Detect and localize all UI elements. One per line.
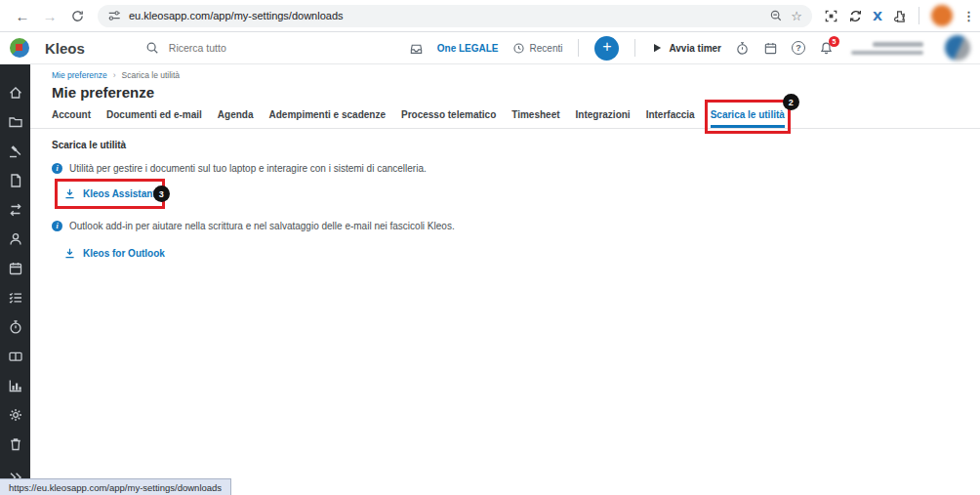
zoom-out-icon[interactable] — [769, 9, 783, 22]
add-new-button[interactable]: + — [594, 36, 619, 61]
bookmark-star-icon[interactable]: ☆ — [791, 9, 802, 23]
divider — [919, 7, 919, 24]
cards-kanban-icon[interactable] — [8, 349, 23, 364]
breadcrumb: Mie preferenze › Scarica le utilità — [30, 64, 980, 80]
global-search[interactable] — [145, 41, 401, 55]
screenshot-extension-icon[interactable] — [824, 9, 838, 23]
outlook-info-row: i Outlook add-in per aiutare nella scrit… — [52, 221, 980, 231]
site-settings-icon[interactable] — [107, 9, 121, 22]
tab-integrazioni[interactable]: Integrazioni — [576, 105, 631, 128]
breadcrumb-separator: › — [113, 70, 116, 80]
tab-processo-telematico[interactable]: Processo telematico — [401, 105, 496, 128]
preferences-tabbar: Account Documenti ed e-mail Agenda Ademp… — [30, 105, 980, 129]
stopwatch-icon[interactable] — [8, 319, 23, 335]
tab-timesheet[interactable]: Timesheet — [511, 105, 559, 128]
home-icon[interactable] — [8, 85, 23, 101]
help-icon[interactable]: ? — [792, 41, 805, 55]
contacts-user-icon[interactable] — [8, 231, 23, 247]
info-icon: i — [52, 163, 62, 174]
kleos-for-outlook-label: Kleos for Outlook — [83, 248, 165, 259]
sync-extension-icon[interactable] — [848, 9, 863, 23]
user-avatar[interactable] — [945, 35, 970, 61]
gavel-icon[interactable] — [8, 144, 23, 159]
one-legale-link[interactable]: One LEGALE — [437, 43, 499, 54]
download-row: Kleos Assistant 3 — [63, 186, 980, 204]
kleos-for-outlook-download-link[interactable]: Kleos for Outlook — [63, 247, 165, 260]
gear-settings-icon[interactable] — [8, 407, 23, 423]
browser-menu-icon[interactable]: ⋮ — [962, 9, 975, 23]
extensions-puzzle-icon[interactable] — [892, 9, 907, 23]
main-content: Mie preferenze › Scarica le utilità Mie … — [30, 64, 980, 495]
notifications-button[interactable]: 5 — [819, 41, 834, 56]
kleos-logo-icon[interactable] — [10, 38, 29, 58]
recents-button[interactable]: Recenti — [512, 42, 563, 55]
swap-arrows-icon[interactable] — [8, 202, 23, 218]
history-clock-icon — [512, 42, 525, 55]
page-title: Mie preferenze — [52, 84, 980, 101]
app-header: Kleos One LEGALE Recenti + Avvia timer — [0, 32, 980, 64]
browser-forward-button[interactable]: → — [37, 3, 62, 28]
trash-icon[interactable] — [8, 436, 23, 452]
x-extension-icon[interactable]: X — [873, 9, 882, 23]
annotation-step-3-badge: 3 — [153, 186, 170, 202]
start-timer-button[interactable]: Avvia timer — [651, 42, 721, 54]
info-icon: i — [52, 221, 62, 231]
tab-account[interactable]: Account — [52, 105, 91, 128]
download-icon — [63, 187, 76, 200]
tab-scarica-le-utilita[interactable]: Scarica le utilità 2 — [711, 105, 785, 128]
search-input[interactable] — [167, 41, 401, 55]
download-row: Kleos for Outlook — [63, 246, 980, 264]
header-actions: One LEGALE Recenti + Avvia timer ? 5 — [409, 35, 970, 61]
browser-back-button[interactable]: ← — [10, 3, 35, 28]
divider — [578, 39, 579, 57]
play-icon — [651, 42, 663, 54]
browser-profile-avatar[interactable] — [931, 5, 953, 26]
reload-icon — [70, 9, 85, 23]
kleos-assistant-download-link[interactable]: Kleos Assistant 3 — [63, 187, 156, 200]
notification-count-badge: 5 — [829, 36, 839, 47]
app-name: Kleos — [45, 40, 85, 57]
sidebar-nav — [0, 64, 30, 495]
utility-info-text: Utilità per gestire i documenti sul tuo … — [69, 163, 427, 174]
folder-icon[interactable] — [8, 114, 23, 130]
inbox-tray-icon[interactable] — [409, 41, 424, 56]
download-icon — [63, 247, 76, 260]
section-title: Scarica le utilità — [52, 140, 980, 150]
tab-agenda[interactable]: Agenda — [218, 105, 254, 128]
kleos-assistant-label: Kleos Assistant — [83, 188, 156, 199]
tab-interfaccia[interactable]: Interfaccia — [646, 105, 695, 128]
browser-reload-button[interactable] — [64, 3, 90, 28]
calendar-icon[interactable] — [763, 41, 778, 56]
tasks-checklist-icon[interactable] — [8, 290, 23, 306]
tab-documenti-ed-email[interactable]: Documenti ed e-mail — [106, 105, 202, 128]
screen: ← → eu.kleosapp.com/app/my-settings/down… — [0, 0, 980, 495]
status-bar-url-tooltip: https://eu.kleosapp.com/app/my-settings/… — [0, 478, 231, 495]
outlook-info-text: Outlook add-in per aiutare nella scrittu… — [69, 221, 455, 231]
url-text[interactable]: eu.kleosapp.com/app/my-settings/download… — [129, 10, 761, 21]
user-name-redacted — [851, 42, 923, 55]
timer-stopwatch-icon[interactable] — [735, 41, 750, 56]
tab-scarica-le-utilita-label: Scarica le utilità — [711, 109, 785, 120]
address-bar[interactable]: eu.kleosapp.com/app/my-settings/download… — [98, 5, 812, 27]
annotation-step-2-badge: 2 — [783, 94, 799, 110]
calendar-icon[interactable] — [8, 261, 23, 276]
search-icon — [145, 41, 159, 55]
document-icon[interactable] — [8, 173, 23, 188]
breadcrumb-parent-link[interactable]: Mie preferenze — [52, 70, 107, 80]
recents-label: Recenti — [530, 43, 563, 54]
tab-adempimenti-e-scadenze[interactable]: Adempimenti e scadenze — [268, 105, 385, 128]
extensions-row: X ⋮ — [824, 5, 975, 26]
browser-toolbar: ← → eu.kleosapp.com/app/my-settings/down… — [0, 0, 980, 32]
status-url-text: https://eu.kleosapp.com/app/my-settings/… — [9, 482, 222, 493]
breadcrumb-current: Scarica le utilità — [122, 70, 181, 80]
start-timer-label: Avvia timer — [669, 43, 721, 54]
utility-info-row: i Utilità per gestire i documenti sul tu… — [52, 163, 980, 174]
divider — [634, 39, 635, 57]
bar-chart-icon[interactable] — [8, 378, 23, 393]
